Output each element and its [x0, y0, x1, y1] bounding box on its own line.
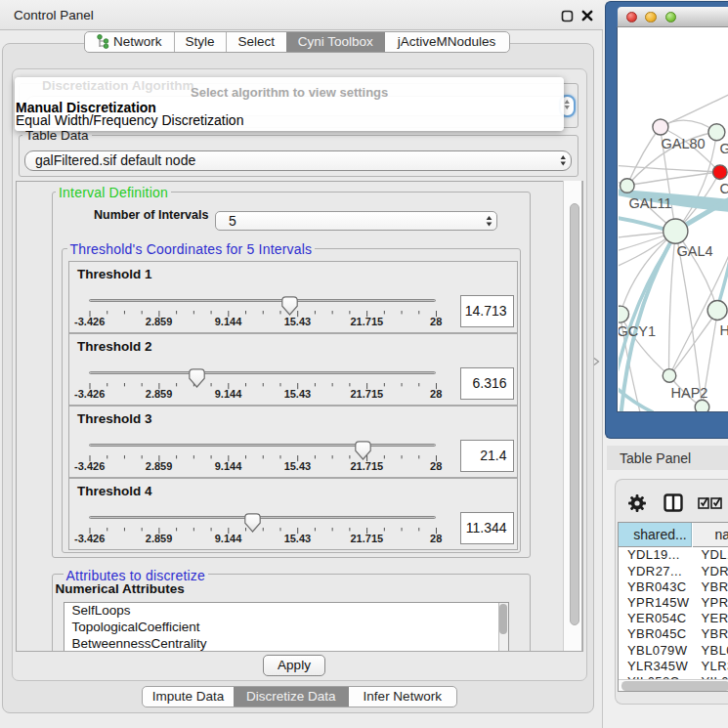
svg-text:H: H — [719, 322, 728, 338]
svg-text:GA: GA — [719, 141, 728, 156]
svg-text:GAL80: GAL80 — [661, 136, 705, 151]
svg-text:HAP2: HAP2 — [670, 385, 707, 401]
svg-text:C: C — [719, 181, 728, 196]
svg-text:GAL11: GAL11 — [628, 195, 671, 211]
svg-text:GAL4: GAL4 — [676, 243, 712, 259]
svg-text:GCY1: GCY1 — [619, 323, 656, 339]
